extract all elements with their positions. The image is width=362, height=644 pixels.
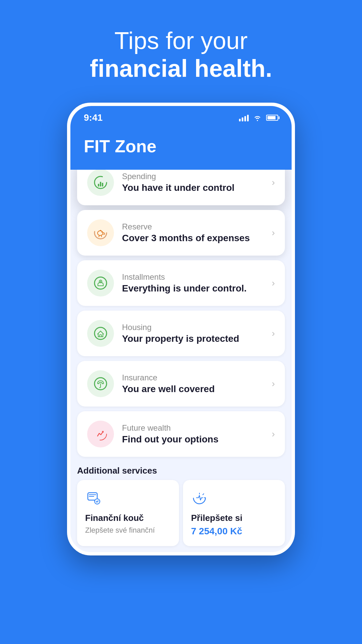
future-label: Future wealth [122,423,268,433]
svg-point-9 [95,327,107,339]
housing-title: Your property is protected [122,333,268,344]
reserve-title: Cover 3 months of expenses [122,233,268,244]
insurance-icon [93,376,108,391]
content-area: Spending You have it under control › [70,170,292,552]
prilepste-si-amount: 7 254,00 Kč [191,526,277,537]
app-header: FIT Zone [70,129,292,170]
insurance-label: Insurance [122,373,268,382]
installments-chevron: › [272,278,275,288]
financni-kouc-title: Finanční kouč [85,513,171,523]
prilepste-si-title: Přilepšete si [191,513,277,523]
status-time: 9:41 [84,112,103,123]
spending-label: Spending [122,172,268,181]
housing-label: Housing [122,323,268,332]
prilepste-si-icon [191,489,208,506]
additional-services-label: Additional services [70,459,292,480]
headline-line1: Tips for your [114,27,247,54]
spending-title: You have it under control [122,182,268,193]
housing-icon [93,326,108,341]
app-title: FIT Zone [84,136,278,156]
future-title: Find out your options [122,434,268,445]
insurance-card[interactable]: Insurance You are well covered › [77,361,285,407]
svg-rect-2 [100,182,101,186]
battery-icon [266,115,278,121]
installments-label: Installments [122,272,268,282]
spending-icon [93,175,108,190]
housing-chevron: › [272,328,275,339]
future-icon-wrap [87,421,114,447]
financni-kouc-icon [85,489,102,506]
spending-icon-wrap [87,170,114,196]
signal-icon [239,114,249,121]
future-icon [93,427,108,441]
installments-icon-wrap [87,270,114,297]
future-text: Future wealth Find out your options [122,423,268,445]
future-card[interactable]: Future wealth Find out your options › [77,411,285,457]
svg-rect-1 [98,184,99,186]
spending-card[interactable]: Spending You have it under control › [77,170,285,205]
installments-icon [93,276,108,290]
housing-icon-wrap [87,320,114,347]
future-chevron: › [272,429,275,439]
installments-text: Installments Everything is under control… [122,272,268,294]
reserve-icon-wrap [87,219,114,246]
financni-kouc-subtitle: Zlepšete své finanční [85,526,171,535]
headline-line2: financial health. [90,55,272,82]
installments-title: Everything is under control. [122,283,268,294]
reserve-chevron: › [272,227,275,238]
svg-point-4 [95,227,107,239]
svg-rect-3 [102,183,103,186]
reserve-card[interactable]: Reserve Cover 3 months of expenses › [77,210,285,256]
housing-text: Housing Your property is protected [122,323,268,344]
reserve-icon [93,225,108,240]
status-icons [239,114,278,121]
page-background: Tips for your financial health. 9:41 [0,0,362,644]
svg-point-5 [98,231,103,235]
insurance-title: You are well covered [122,384,268,394]
spending-chevron: › [272,177,275,188]
wifi-icon [253,114,262,121]
headline: Tips for your financial health. [70,27,292,83]
cards-list: Spending You have it under control › [70,170,292,457]
phone-frame: 9:41 FIT [67,103,295,555]
reserve-label: Reserve [122,222,268,231]
installments-card[interactable]: Installments Everything is under control… [77,260,285,306]
insurance-chevron: › [272,378,275,389]
phone-inner: 9:41 FIT [70,106,292,552]
insurance-icon-wrap [87,370,114,397]
additional-services-grid: Finanční kouč Zlepšete své finanční Přil… [70,480,292,546]
housing-card[interactable]: Housing Your property is protected › [77,311,285,356]
insurance-text: Insurance You are well covered [122,373,268,394]
reserve-text: Reserve Cover 3 months of expenses [122,222,268,244]
financni-kouc-card[interactable]: Finanční kouč Zlepšete své finanční [77,480,179,546]
status-bar: 9:41 [70,106,292,129]
spending-text: Spending You have it under control [122,172,268,193]
svg-point-6 [102,231,103,232]
prilepste-si-card[interactable]: Přilepšete si 7 254,00 Kč [183,480,285,546]
